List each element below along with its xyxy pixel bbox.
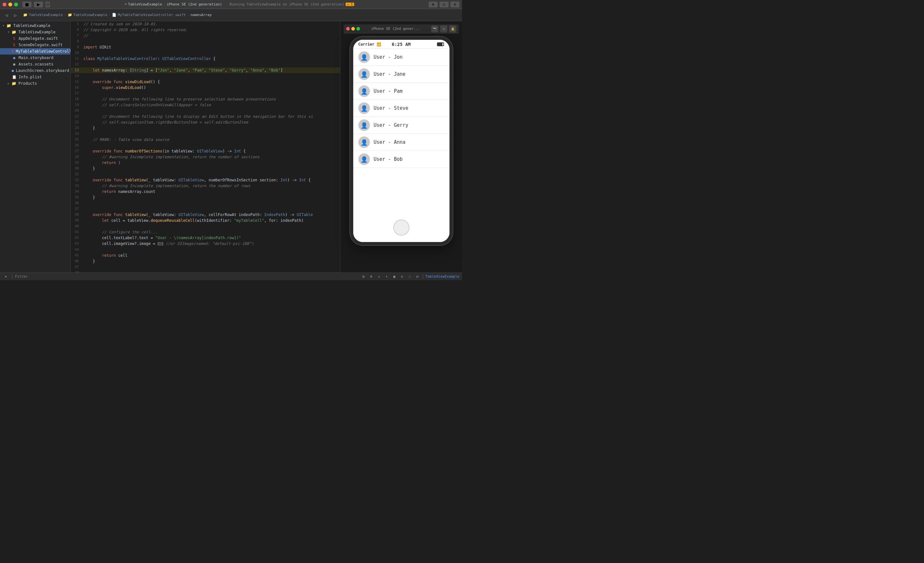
bottom-btn-7[interactable]: ◌	[406, 274, 413, 279]
sidebar-item-appdelegate[interactable]: S AppDelegate.swift	[0, 35, 70, 42]
code-line-28: 28 // #warning Incomplete implementation…	[70, 154, 340, 160]
table-list: 👤 User - Jon 👤 User - Jane 👤 User - Pam …	[353, 49, 450, 168]
table-row[interactable]: 👤 User - Steve	[353, 100, 450, 117]
fullscreen-button[interactable]	[14, 3, 18, 6]
user-name-bob: User - Bob	[374, 156, 403, 162]
avatar: 👤	[358, 153, 370, 165]
sidebar-item-scenedelegate[interactable]: S SceneDelegate.swift	[0, 42, 70, 48]
breadcrumb-separator2: Running TableViewExample on iPhone SE (2…	[230, 2, 345, 6]
breadcrumb-item-2[interactable]: TableViewExample	[74, 13, 108, 17]
user-name-steve: User - Steve	[374, 105, 408, 111]
sim-minimize-button[interactable]	[351, 27, 355, 30]
bottom-btn-5[interactable]: ▦	[391, 274, 398, 279]
carrier-label: Carrier 📶	[358, 42, 387, 47]
table-row[interactable]: 👤 User - Gerry	[353, 117, 450, 134]
code-line-47: 47	[70, 264, 340, 270]
sim-home-icon[interactable]: ⌂	[440, 26, 447, 32]
sim-camera-icon[interactable]: 📷	[431, 26, 438, 32]
swift-file-icon: S	[12, 36, 16, 41]
avatar: 👤	[358, 51, 370, 63]
code-line-35: 35 }	[70, 195, 340, 200]
title-bar-center: ⌨ TableViewExample › iPhone SE (2nd gene…	[52, 2, 427, 6]
avatar: 👤	[358, 86, 370, 97]
code-line-23: 23 }	[70, 125, 340, 131]
sidebar-group-label: TableViewExample	[18, 30, 56, 35]
folder-icon: 📁	[6, 23, 11, 28]
sidebar-item-products[interactable]: ▶ 📁 Products	[0, 80, 70, 87]
debug-button[interactable]: ◫	[440, 2, 448, 8]
breadcrumb-item-3[interactable]: MyTableTableViewController.swift	[118, 13, 186, 17]
code-line-33: 33 // #warning Incomplete implementation…	[70, 183, 340, 189]
code-line-26: 26	[70, 143, 340, 148]
breadcrumb-folder-icon2: 📁	[68, 13, 72, 17]
code-line-9: 9 import UIKit	[70, 44, 340, 50]
sidebar-file-main-storyboard: Main.storyboard	[19, 56, 53, 60]
bottom-btn-8[interactable]: ⊟	[414, 274, 421, 279]
table-row[interactable]: 👤 User - Jane	[353, 66, 450, 83]
table-row[interactable]: 👤 User - Pam	[353, 83, 450, 100]
folder-icon2: 📁	[11, 30, 16, 35]
sidebar-item-group[interactable]: ▼ 📁 TableViewExample	[0, 29, 70, 35]
breadcrumb-separator: ›	[163, 2, 165, 6]
sidebar-item-infoplist[interactable]: 📋 Info.plist	[0, 74, 70, 80]
project-title: TableViewExample	[128, 2, 162, 6]
sidebar: ▼ 📁 TableViewExample ▼ 📁 TableViewExampl…	[0, 21, 70, 273]
code-line-25: 25 // MARK: - Table view data source	[70, 137, 340, 143]
breadcrumb-sep-1: ›	[64, 13, 66, 17]
simulator-panel: iPhone SE (2nd gener... 📷 ⌂ 🔒 Carrier 📶 …	[340, 21, 462, 273]
bottom-btn-3[interactable]: ↕	[376, 274, 382, 279]
device-title: iPhone SE (2nd generation)	[167, 2, 222, 6]
sidebar-item-main-storyboard[interactable]: ◼ Main.storyboard	[0, 54, 70, 61]
sim-close-button[interactable]	[346, 27, 350, 30]
sidebar-file-launchscreen: LaunchScreen.storyboard	[16, 68, 69, 73]
layout-button[interactable]: ⊟	[450, 2, 459, 8]
user-name-anna: User - Anna	[374, 139, 405, 145]
sidebar-item-assets[interactable]: ◼ Assets.xcassets	[0, 61, 70, 68]
stop-button[interactable]: ■	[22, 2, 32, 8]
user-name-gerry: User - Gerry	[374, 122, 408, 128]
scheme-button[interactable]: ⬛	[45, 2, 50, 8]
code-line-21: 21 // Uncomment the following line to di…	[70, 114, 340, 119]
avatar: 👤	[358, 102, 370, 114]
table-row[interactable]: 👤 User - Anna	[353, 134, 450, 151]
code-editor[interactable]: 5 // Created by seb on 2020-10-01. 6 // …	[70, 21, 340, 273]
sidebar-file-scenedelegate: SceneDelegate.swift	[19, 43, 63, 47]
bottom-btn-2[interactable]: ⏸	[368, 274, 374, 279]
sim-lock-icon[interactable]: 🔒	[449, 26, 456, 32]
code-line-14: 14	[70, 73, 340, 79]
breadcrumb-item-1[interactable]: TableViewExample	[29, 13, 63, 17]
code-line-6: 6 // Copyright © 2020 seb. All rights re…	[70, 27, 340, 33]
bottom-btn-6[interactable]: ⊙	[399, 274, 405, 279]
run-button[interactable]: ▶	[34, 2, 43, 8]
back-button[interactable]: ◁	[3, 11, 10, 19]
assets-icon: ◼	[12, 62, 16, 66]
swift-file-icon2: S	[12, 43, 16, 47]
breadcrumb-folder-icon: 📁	[23, 13, 28, 17]
sidebar-item-controller[interactable]: S MyTableTableViewController.swift	[0, 48, 70, 54]
sim-fullscreen-button[interactable]	[357, 27, 360, 30]
code-line-48: 48	[70, 270, 340, 273]
sidebar-item-root[interactable]: ▼ 📁 TableViewExample	[0, 23, 70, 29]
bottom-btn-1[interactable]: ⊞	[360, 274, 367, 279]
project-breadcrumb-item: ⌨	[124, 2, 127, 6]
table-row[interactable]: 👤 User - Bob	[353, 151, 450, 168]
main-layout: ▼ 📁 TableViewExample ▼ 📁 TableViewExampl…	[0, 21, 462, 273]
code-line-41: 41 // Configure the cell...	[70, 229, 340, 235]
forward-button[interactable]: ▷	[12, 11, 19, 19]
home-button[interactable]	[393, 219, 410, 236]
inspector-button[interactable]: ⊞	[429, 2, 438, 8]
add-button[interactable]: +	[3, 274, 9, 279]
storyboard-icon2: ◼	[12, 68, 14, 73]
code-line-24: 24	[70, 131, 340, 137]
sidebar-item-launchscreen[interactable]: ◼ LaunchScreen.storyboard	[0, 68, 70, 74]
sim-title-text: iPhone SE (2nd gener...	[362, 27, 429, 31]
minimize-button[interactable]	[8, 3, 12, 6]
bottom-btn-4[interactable]: ⬆	[383, 274, 390, 279]
bottom-right-toolbar: ⊞ ⏸ ↕ ⬆ ▦ ⊙ ◌ ⊟ TableViewExample	[360, 274, 459, 279]
code-line-12: 12	[70, 62, 340, 68]
close-button[interactable]	[3, 3, 6, 6]
table-row[interactable]: 👤 User - Jon	[353, 49, 450, 66]
code-line-10: 10	[70, 50, 340, 56]
toolbar: ◁ ▷ 📁 TableViewExample › 📁 TableViewExam…	[0, 9, 462, 21]
active-tab-label[interactable]: TableViewExample	[425, 275, 459, 279]
